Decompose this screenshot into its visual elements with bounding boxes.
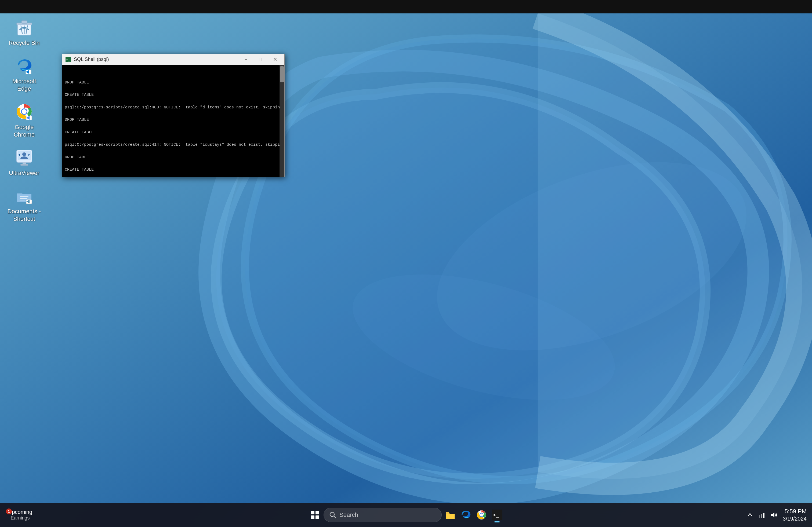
svg-point-17: [22, 152, 26, 156]
search-box[interactable]: Search: [323, 508, 442, 522]
sql-shell-window: >_ SQL Shell (psql) − □ ✕ DROP TABLE CRE…: [62, 54, 285, 177]
ultraviewer-svg: [16, 149, 33, 166]
taskbar-terminal-icon: >_: [492, 510, 503, 520]
system-clock[interactable]: 5:59 PM 3/19/2024: [783, 508, 807, 523]
terminal-line: psql:C:/postgres-scripts/create.sql:400:…: [65, 104, 277, 110]
calendar-notification[interactable]: 1 Upcoming Earnings: [5, 508, 35, 522]
recycle-bin-svg: [16, 19, 33, 36]
svg-rect-38: [759, 515, 760, 518]
minimize-button[interactable]: −: [240, 55, 252, 64]
window-content: DROP TABLE CREATE TABLE psql:C:/postgres…: [62, 65, 284, 177]
close-button[interactable]: ✕: [269, 55, 281, 64]
terminal-line: CREATE TABLE: [65, 92, 277, 98]
recycle-bin-label: Recycle Bin: [9, 39, 40, 47]
file-explorer-icon: [445, 510, 456, 520]
svg-rect-21: [20, 198, 27, 199]
hidden-icons-button[interactable]: [745, 510, 755, 520]
terminal-line: DROP TABLE: [65, 117, 277, 123]
desktop-icons-container: Recycle Bin: [3, 16, 46, 225]
svg-rect-16: [20, 164, 28, 166]
chrome-svg: [16, 103, 33, 120]
top-bar: [0, 0, 812, 13]
window-app-icon: >_: [65, 57, 71, 62]
taskbar-right: 5:59 PM 3/19/2024: [745, 508, 807, 523]
chrome-label: Google Chrome: [5, 123, 44, 139]
recycle-bin-icon[interactable]: Recycle Bin: [3, 16, 46, 49]
svg-text:>_: >_: [66, 58, 70, 61]
edge-label: Microsoft Edge: [5, 77, 44, 93]
start-button[interactable]: [308, 508, 322, 522]
svg-rect-30: [316, 515, 319, 519]
edge-svg: [16, 57, 33, 75]
svg-rect-5: [21, 21, 27, 23]
svg-point-10: [22, 109, 27, 114]
svg-rect-40: [763, 513, 765, 518]
svg-rect-27: [311, 511, 315, 514]
notification-subtitle: Earnings: [11, 515, 30, 521]
network-icon[interactable]: [757, 510, 767, 520]
taskbar-chrome[interactable]: [475, 508, 489, 522]
ultraviewer-label: UltraViewer: [9, 169, 39, 177]
window-titlebar: >_ SQL Shell (psql) − □ ✕: [62, 54, 284, 65]
taskbar-terminal[interactable]: >_: [490, 508, 504, 522]
tray-icons: [745, 510, 779, 520]
google-chrome-icon[interactable]: Google Chrome: [3, 100, 46, 141]
svg-line-32: [334, 516, 336, 518]
terminal-line: psql:C:/postgres-scripts/create.sql:414:…: [65, 142, 277, 148]
documents-shortcut-icon[interactable]: Documents - Shortcut: [3, 185, 46, 225]
taskbar-edge-icon: [461, 510, 471, 520]
sound-icon[interactable]: [769, 510, 779, 520]
clock-date: 3/19/2024: [783, 515, 807, 522]
taskbar-center: Search: [308, 508, 504, 522]
network-svg: [758, 511, 765, 518]
terminal-output[interactable]: DROP TABLE CREATE TABLE psql:C:/postgres…: [62, 65, 279, 177]
microsoft-edge-icon[interactable]: Microsoft Edge: [3, 55, 46, 95]
svg-rect-15: [23, 162, 26, 164]
clock-time: 5:59 PM: [783, 508, 807, 515]
system-tray: 5:59 PM 3/19/2024: [745, 508, 807, 523]
terminal-scrollbar[interactable]: [279, 65, 284, 177]
start-icon: [310, 510, 320, 520]
svg-marker-41: [771, 512, 774, 517]
svg-rect-22: [20, 200, 25, 200]
svg-rect-39: [761, 514, 762, 518]
maximize-button[interactable]: □: [254, 55, 267, 64]
svg-text:>_: >_: [493, 512, 499, 517]
window-controls: − □ ✕: [240, 55, 281, 64]
taskbar-file-explorer[interactable]: [443, 508, 457, 522]
svg-rect-28: [316, 511, 319, 514]
speaker-svg: [770, 511, 777, 518]
taskbar-edge[interactable]: [459, 508, 473, 522]
scrollbar-thumb[interactable]: [280, 66, 284, 82]
svg-rect-20: [20, 196, 28, 197]
window-title: SQL Shell (psql): [74, 57, 240, 62]
svg-point-35: [480, 514, 483, 516]
terminal-line: CREATE TABLE: [65, 167, 277, 173]
chevron-up-icon: [747, 512, 753, 518]
search-icon: [329, 511, 336, 518]
documents-label: Documents - Shortcut: [5, 208, 44, 223]
taskbar: 1 Upcoming Earnings: [0, 503, 812, 527]
taskbar-chrome-icon: [476, 510, 487, 520]
svg-rect-29: [311, 515, 315, 519]
documents-svg: [16, 187, 33, 205]
search-label: Search: [339, 511, 358, 518]
terminal-line: DROP TABLE: [65, 79, 277, 86]
taskbar-left: 1 Upcoming Earnings: [5, 508, 35, 522]
notification-badge: 1: [6, 509, 12, 514]
desktop: Recycle Bin: [0, 0, 812, 527]
terminal-line: CREATE TABLE: [65, 129, 277, 136]
ultraviewer-icon[interactable]: UltraViewer: [3, 146, 46, 179]
terminal-line: DROP TABLE: [65, 154, 277, 161]
